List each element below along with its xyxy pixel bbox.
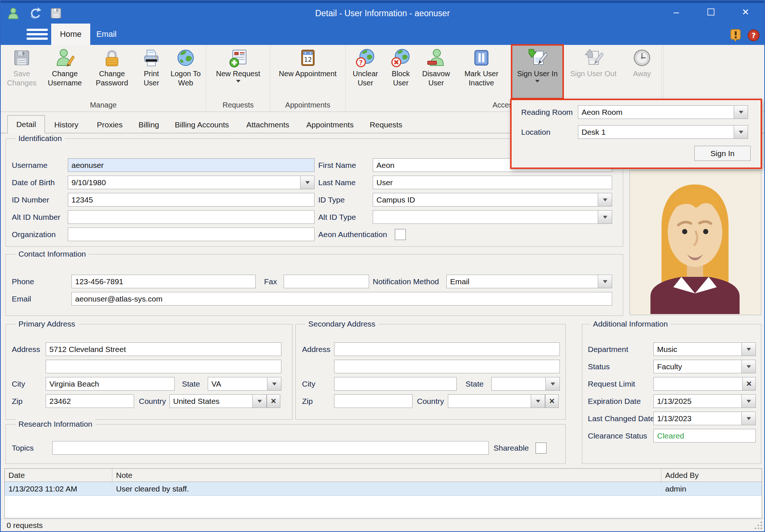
secondary-country-clear-button[interactable]: ✕ bbox=[545, 394, 559, 408]
notification-method-field[interactable]: Email bbox=[446, 275, 612, 288]
dropdown-button[interactable] bbox=[741, 360, 756, 373]
primary-city-field[interactable]: Virginia Beach bbox=[46, 377, 175, 391]
expiration-date-field[interactable]: 1/13/2025 bbox=[653, 394, 756, 408]
sign-user-out-button: Sign User Out bbox=[562, 46, 624, 98]
alt-id-number-field[interactable] bbox=[68, 210, 315, 224]
clearance-status-label: Clearance Status bbox=[588, 429, 647, 443]
dropdown-button[interactable] bbox=[300, 176, 315, 189]
new-appointment-button[interactable]: 12 New Appointment bbox=[273, 46, 343, 98]
last-name-field[interactable]: User bbox=[373, 176, 612, 189]
dropdown-button[interactable] bbox=[267, 377, 281, 391]
close-button[interactable]: ✕ bbox=[728, 1, 763, 24]
reading-room-select[interactable]: Aeon Room bbox=[578, 105, 748, 119]
undo-quick-button[interactable] bbox=[27, 6, 42, 21]
minimize-button[interactable]: – bbox=[659, 1, 694, 24]
dropdown-button[interactable] bbox=[741, 412, 756, 425]
email-field[interactable]: aeonuser@atlas-sys.com bbox=[71, 292, 612, 306]
tab-proxies[interactable]: Proxies bbox=[92, 117, 127, 133]
notes-table: Date Note Added By 1/13/2023 11:02 AM Us… bbox=[4, 468, 762, 518]
dropdown-button[interactable] bbox=[734, 105, 748, 119]
status-field[interactable]: Faculty bbox=[653, 360, 756, 373]
primary-state-field[interactable]: VA bbox=[208, 377, 281, 391]
secondary-country-field[interactable] bbox=[448, 394, 545, 408]
ribbon-separator bbox=[510, 46, 510, 98]
email-label: Email bbox=[12, 292, 31, 306]
tab-billing[interactable]: Billing bbox=[134, 117, 164, 133]
secondary-zip-field[interactable] bbox=[334, 394, 413, 408]
state-label: State bbox=[466, 377, 484, 391]
id-type-field[interactable]: Campus ID bbox=[373, 193, 612, 207]
tab-email[interactable]: Email bbox=[90, 24, 123, 45]
secondary-address-line2-field[interactable] bbox=[334, 360, 560, 373]
print-user-button[interactable]: Print User bbox=[136, 46, 167, 98]
primary-zip-field[interactable]: 23462 bbox=[46, 394, 134, 408]
menu-button[interactable] bbox=[22, 26, 52, 42]
new-request-dropdown-arrow-icon[interactable] bbox=[236, 80, 241, 82]
logon-to-web-icon bbox=[176, 48, 196, 68]
username-field[interactable]: aeonuser bbox=[68, 158, 315, 172]
primary-country-clear-button[interactable]: ✕ bbox=[267, 394, 280, 408]
aeon-authentication-checkbox[interactable] bbox=[395, 229, 406, 240]
shareable-label: Shareable bbox=[494, 441, 529, 455]
fax-field[interactable] bbox=[284, 275, 369, 288]
date-of-birth-field[interactable]: 9/10/1980 bbox=[68, 176, 315, 189]
change-password-button[interactable]: Change Password bbox=[88, 46, 136, 98]
organization-field[interactable] bbox=[68, 228, 315, 241]
sign-user-in-dropdown-arrow-icon[interactable] bbox=[535, 80, 540, 82]
logon-to-web-button[interactable]: Logon To Web bbox=[167, 46, 204, 98]
dropdown-button[interactable] bbox=[734, 125, 748, 139]
sign-user-in-button[interactable]: Sign User In bbox=[512, 46, 562, 98]
last-changed-date-field[interactable]: 1/13/2023 bbox=[653, 412, 756, 425]
location-select[interactable]: Desk 1 bbox=[578, 125, 748, 139]
secondary-state-field[interactable] bbox=[491, 377, 560, 391]
status-label: Status bbox=[588, 360, 610, 373]
primary-country-field[interactable]: United States bbox=[169, 394, 267, 408]
mark-user-inactive-button[interactable]: Mark User Inactive bbox=[455, 46, 508, 98]
dropdown-button[interactable] bbox=[252, 394, 267, 408]
alt-id-type-label: Alt ID Type bbox=[318, 210, 356, 224]
topics-field[interactable] bbox=[52, 441, 489, 455]
dropdown-button[interactable] bbox=[598, 193, 612, 207]
id-number-field[interactable]: 12345 bbox=[68, 193, 315, 207]
department-field[interactable]: Music bbox=[653, 342, 756, 356]
tab-detail[interactable]: Detail bbox=[7, 115, 45, 133]
maximize-button[interactable]: ☐ bbox=[694, 1, 728, 24]
primary-address-line1-field[interactable]: 5712 Cleveland Street bbox=[46, 342, 281, 356]
secondary-city-field[interactable] bbox=[334, 377, 457, 391]
tab-billing-accounts[interactable]: Billing Accounts bbox=[169, 117, 234, 133]
help-button[interactable]: ? bbox=[747, 29, 760, 42]
phone-field[interactable]: 123-456-7891 bbox=[71, 275, 256, 288]
tab-home[interactable]: Home bbox=[51, 24, 90, 45]
table-row[interactable]: 1/13/2023 11:02 AM User cleared by staff… bbox=[5, 482, 762, 496]
notifications-button[interactable] bbox=[729, 29, 743, 42]
alt-id-type-field[interactable] bbox=[373, 210, 612, 224]
secondary-address-line1-field[interactable] bbox=[334, 342, 560, 356]
shareable-checkbox[interactable] bbox=[536, 443, 547, 454]
tab-appointments[interactable]: Appointments bbox=[301, 117, 359, 133]
tab-requests[interactable]: Requests bbox=[365, 117, 407, 133]
tab-history[interactable]: History bbox=[48, 117, 85, 133]
block-user-button[interactable]: Block User bbox=[384, 46, 418, 98]
dropdown-button[interactable] bbox=[598, 210, 612, 224]
ribbon-separator bbox=[662, 46, 662, 98]
request-limit-field[interactable] bbox=[653, 377, 743, 391]
sign-user-in-icon bbox=[527, 48, 547, 68]
dropdown-button[interactable] bbox=[741, 394, 756, 408]
dropdown-button[interactable] bbox=[598, 275, 612, 288]
user-quick-button[interactable] bbox=[6, 6, 21, 21]
dropdown-button[interactable] bbox=[741, 342, 756, 356]
notification-method-label: Notification Method bbox=[373, 275, 439, 288]
new-request-button[interactable]: New Request bbox=[209, 46, 268, 98]
dropdown-button[interactable] bbox=[545, 377, 560, 391]
resize-grip-icon[interactable] bbox=[754, 521, 763, 530]
tab-attachments[interactable]: Attachments bbox=[241, 117, 295, 133]
sign-in-button[interactable]: Sign In bbox=[694, 146, 751, 161]
change-username-button[interactable]: Change Username bbox=[41, 46, 88, 98]
unclear-user-button[interactable]: ? Unclear User bbox=[347, 46, 384, 98]
reading-room-label: Reading Room bbox=[521, 105, 573, 119]
save-quick-button[interactable] bbox=[49, 6, 63, 21]
primary-address-line2-field[interactable] bbox=[46, 360, 281, 373]
dropdown-button[interactable] bbox=[531, 394, 545, 408]
request-limit-clear-button[interactable]: ✕ bbox=[742, 377, 756, 391]
disavow-user-button[interactable]: Disavow User bbox=[418, 46, 455, 98]
